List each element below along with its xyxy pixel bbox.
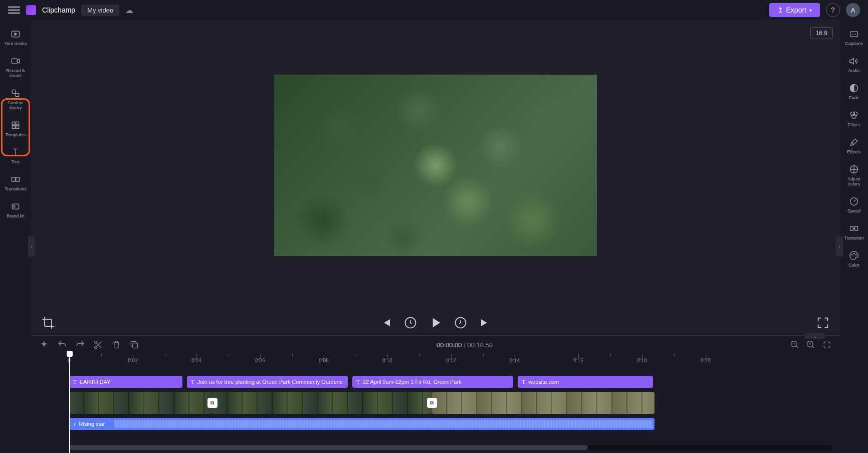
effects-icon [849, 137, 859, 147]
ruler-minor-tick [101, 354, 102, 356]
svg-rect-16 [133, 343, 138, 348]
sidebar-item-record-create[interactable]: Record & create [2, 52, 30, 82]
forward-button[interactable] [454, 316, 468, 330]
audio-clip[interactable]: ♪Rising star [69, 418, 655, 430]
timeline-scrollbar[interactable] [69, 445, 832, 450]
text-icon: T [191, 379, 194, 385]
audio-track: ♪Rising star [69, 418, 832, 430]
ruler-label: 0:20 [701, 358, 710, 363]
ruler-minor-tick [165, 354, 165, 356]
ruler-minor-tick [483, 354, 484, 356]
sidebar-item-content-library[interactable]: Content library [2, 84, 30, 114]
delete-button[interactable] [111, 340, 121, 350]
transition-marker[interactable]: ⧉ [207, 398, 218, 408]
svg-rect-8 [12, 177, 16, 181]
auto-enhance-button[interactable] [39, 340, 49, 350]
duplicate-button[interactable] [129, 340, 139, 350]
ruler-tick [387, 354, 388, 358]
zoom-in-button[interactable] [806, 340, 816, 350]
music-note-icon: ♪ [73, 421, 76, 427]
sidebar-item-text[interactable]: Text [2, 143, 30, 168]
ruler-tick [324, 354, 324, 358]
sidebar-item-adjust-colors[interactable]: Adjust colors [841, 160, 866, 190]
text-icon: T [522, 379, 525, 385]
svg-rect-27 [855, 226, 858, 231]
sidebar-item-filters[interactable]: Filters [841, 106, 866, 131]
ruler-minor-tick [610, 354, 611, 356]
text-icon: T [356, 379, 360, 385]
sidebar-item-color[interactable]: Color [841, 247, 866, 272]
timeline-time-display: 00:00.00 / 00:18.50 [147, 341, 782, 349]
svg-rect-9 [16, 177, 20, 181]
menu-button[interactable] [8, 4, 20, 16]
project-name[interactable]: My video [81, 5, 119, 16]
timeline-ruler[interactable]: 00:020:040:060:080:100:120:140:160:180:2… [69, 354, 840, 366]
skip-forward-button[interactable] [478, 316, 492, 330]
play-button[interactable] [427, 315, 444, 331]
help-button[interactable]: ? [826, 3, 840, 17]
fullscreen-button[interactable] [816, 316, 830, 330]
scrollbar-thumb[interactable] [69, 445, 588, 450]
transition-marker[interactable]: ⧉ [427, 398, 437, 408]
record-icon [11, 56, 21, 66]
svg-rect-1 [12, 59, 18, 64]
redo-button[interactable] [75, 340, 85, 350]
rewind-button[interactable] [403, 316, 417, 330]
ruler-tick [642, 354, 642, 358]
video-clip[interactable] [69, 392, 212, 414]
undo-button[interactable] [57, 340, 67, 350]
preview-area: 16:9 [31, 20, 840, 310]
video-clip[interactable] [212, 392, 432, 414]
adjust-colors-icon [849, 164, 859, 174]
crop-tool-button[interactable] [41, 316, 55, 330]
sidebar-item-captions[interactable]: Captions [841, 25, 866, 50]
transition-icon [849, 223, 859, 234]
right-sidebar: ‹ Captions Audio Fade Filters Effects Ad… [840, 20, 868, 453]
sidebar-item-your-media[interactable]: Your media [2, 25, 30, 50]
timeline-tracks: TEARTH DAYTJoin us for tree planting at … [31, 366, 840, 445]
sidebar-item-effects[interactable]: Effects [841, 133, 866, 158]
text-clip[interactable]: TEARTH DAY [69, 376, 182, 388]
ruler-tick [578, 354, 579, 358]
aspect-ratio-selector[interactable]: 16:9 [810, 27, 833, 39]
sidebar-item-speed[interactable]: Speed [841, 192, 866, 217]
brand-kit-icon [11, 201, 21, 211]
sidebar-item-transition[interactable]: Transition [841, 219, 866, 245]
zoom-out-button[interactable] [790, 340, 800, 350]
svg-point-22 [853, 112, 857, 116]
sidebar-item-brand-kit[interactable]: Brand kit [2, 197, 30, 222]
svg-point-23 [852, 114, 856, 118]
video-preview[interactable] [274, 75, 597, 256]
app-name: Clipchamp [42, 6, 75, 14]
sidebar-item-fade[interactable]: Fade [841, 79, 866, 104]
user-avatar[interactable]: A [846, 3, 860, 17]
svg-rect-26 [850, 226, 853, 231]
ruler-label: 0:16 [573, 358, 583, 363]
export-button[interactable]: ↥ Export ▾ [769, 3, 820, 17]
sidebar-item-templates[interactable]: Templates [2, 116, 30, 141]
ruler-label: 0:06 [255, 358, 265, 363]
captions-icon [849, 29, 859, 39]
ruler-minor-tick [419, 354, 420, 356]
sync-status-icon[interactable]: ☁ [125, 6, 133, 15]
playhead[interactable] [69, 354, 70, 453]
split-button[interactable] [93, 340, 103, 350]
skip-back-button[interactable] [379, 316, 393, 330]
clip-label: 22 April 9am-12pm 1 Fir Rd, Green Park [363, 379, 462, 385]
text-clip[interactable]: T22 April 9am-12pm 1 Fir Rd, Green Park [352, 376, 513, 388]
video-clip[interactable] [432, 392, 655, 414]
svg-rect-5 [16, 122, 19, 125]
fade-icon [849, 83, 859, 93]
clip-label: website.com [528, 379, 559, 385]
ruler-minor-tick [229, 354, 229, 356]
preview-content [274, 75, 597, 256]
sidebar-item-transitions[interactable]: Transitions [2, 170, 30, 195]
zoom-fit-button[interactable] [822, 340, 832, 350]
text-clip[interactable]: TJoin us for tree planting at Green Park… [187, 376, 348, 388]
ruler-label: 0:04 [191, 358, 201, 363]
text-clip[interactable]: Twebsite.com [518, 376, 653, 388]
collapse-right-panel[interactable]: ‹ [836, 237, 843, 257]
collapse-timeline[interactable]: ⌄ [805, 333, 825, 339]
ruler-minor-tick [674, 354, 675, 356]
sidebar-item-audio[interactable]: Audio [841, 52, 866, 77]
